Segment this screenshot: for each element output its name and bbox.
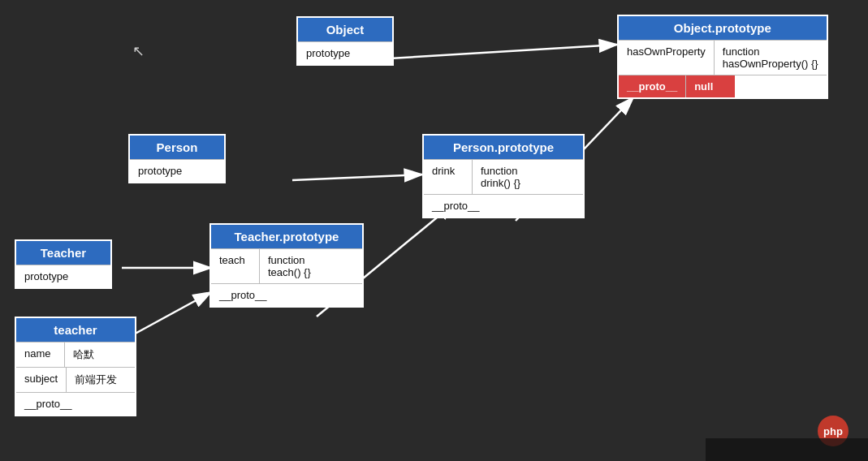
object-fn-prototype-cell: prototype xyxy=(298,42,358,64)
teacher-instance-subject-key: subject xyxy=(16,368,67,392)
teacher-proto-teach-key: teach xyxy=(211,249,260,283)
teacher-proto-teach-row: teach functionteach() {} xyxy=(211,248,362,283)
teacher-instance-proto-cell: __proto__ xyxy=(16,393,80,415)
teacher-instance-name-row: name 哈默 xyxy=(16,342,135,367)
object-proto-hasown-val: functionhasOwnProperty() {} xyxy=(715,41,827,75)
object-prototype-box: Object.prototype hasOwnProperty function… xyxy=(617,15,828,99)
teacher-instance-box: teacher name 哈默 subject 前端开发 __proto__ xyxy=(15,317,136,416)
person-fn-proto-row: prototype xyxy=(130,159,224,182)
teacher-proto-teach-val: functionteach() {} xyxy=(260,249,319,283)
object-fn-title: Object xyxy=(298,18,392,41)
object-fn-prototype-row: prototype xyxy=(298,41,392,64)
person-proto-drink-row: drink functiondrink() {} xyxy=(424,159,583,194)
teacher-fn-title: Teacher xyxy=(16,241,110,265)
teacher-proto-proto-row: __proto__ xyxy=(211,283,362,306)
teacher-instance-name-val: 哈默 xyxy=(65,343,114,367)
php-badge-label: php xyxy=(823,425,843,437)
person-function-box: Person prototype xyxy=(128,134,226,183)
teacher-instance-proto-row: __proto__ xyxy=(16,392,135,415)
person-proto-drink-key: drink xyxy=(424,160,473,194)
cursor-icon: ↖ xyxy=(132,42,145,60)
bottom-bar xyxy=(706,438,868,461)
teacher-fn-proto-row: prototype xyxy=(16,265,110,287)
teacher-proto-proto-cell: __proto__ xyxy=(211,284,275,306)
object-proto-proto-val: null xyxy=(686,75,735,97)
teacher-function-box: Teacher prototype xyxy=(15,239,112,289)
teacher-instance-name-key: name xyxy=(16,343,65,367)
teacher-fn-proto-cell: prototype xyxy=(16,265,76,287)
person-fn-title: Person xyxy=(130,136,224,159)
person-proto-proto-cell: __proto__ xyxy=(424,195,488,217)
object-proto-proto-key: __proto__ xyxy=(619,75,686,97)
object-proto-hasown-key: hasOwnProperty xyxy=(619,41,715,75)
svg-line-1 xyxy=(390,45,617,58)
svg-line-2 xyxy=(292,174,422,180)
person-fn-proto-cell: prototype xyxy=(130,160,190,182)
person-proto-title: Person.prototype xyxy=(424,136,583,159)
object-proto-proto-row: __proto__ null xyxy=(619,75,827,97)
object-proto-hasown-row: hasOwnProperty functionhasOwnProperty() … xyxy=(619,40,827,75)
diagram-container: Object prototype Object.prototype hasOwn… xyxy=(0,0,868,461)
teacher-instance-subject-row: subject 前端开发 xyxy=(16,367,135,392)
teacher-instance-title: teacher xyxy=(16,318,135,342)
object-function-box: Object prototype xyxy=(296,16,394,66)
teacher-prototype-box: Teacher.prototype teach functionteach() … xyxy=(209,223,364,308)
person-proto-proto-row: __proto__ xyxy=(424,194,583,217)
person-proto-drink-val: functiondrink() {} xyxy=(473,160,529,194)
object-proto-title: Object.prototype xyxy=(619,16,827,40)
person-prototype-box: Person.prototype drink functiondrink() {… xyxy=(422,134,585,218)
teacher-proto-title: Teacher.prototype xyxy=(211,225,362,248)
teacher-instance-subject-val: 前端开发 xyxy=(67,368,125,392)
